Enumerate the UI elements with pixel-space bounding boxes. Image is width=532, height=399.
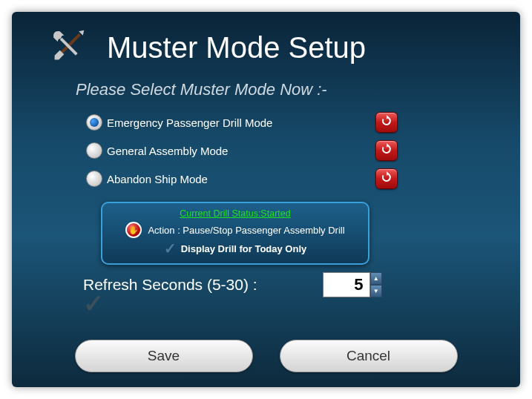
option-abandon-ship: Abandon Ship Mode: [86, 166, 398, 191]
save-button[interactable]: Save: [75, 340, 253, 372]
spinner-up-button[interactable]: ▲: [370, 272, 382, 285]
svg-marker-6: [387, 171, 389, 176]
dialog-header: Muster Mode Setup: [12, 12, 520, 70]
svg-marker-4: [387, 115, 389, 119]
refresh-icon: [381, 115, 393, 130]
drill-status-panel: Current Drill Status:Started ✋ Action : …: [101, 202, 370, 265]
cancel-button[interactable]: Cancel: [280, 340, 458, 372]
reset-button-abandon[interactable]: [375, 168, 398, 189]
mode-options: Emergency Passenger Drill Mode General A…: [86, 110, 398, 191]
option-emergency-drill: Emergency Passenger Drill Mode: [86, 110, 398, 135]
refresh-icon: [381, 171, 393, 186]
dialog-title: Muster Mode Setup: [107, 31, 366, 65]
radio-label: General Assembly Mode: [107, 145, 228, 157]
display-drill-toggle[interactable]: Display Drill for Today Only: [181, 243, 307, 254]
check-icon: ✓: [83, 288, 104, 318]
muster-mode-setup-dialog: Muster Mode Setup Please Select Muster M…: [12, 12, 520, 387]
spinner-down-button[interactable]: ▼: [370, 285, 382, 297]
stop-icon: ✋: [125, 222, 142, 238]
svg-marker-1: [79, 28, 86, 36]
radio-label: Abandon Ship Mode: [107, 173, 208, 185]
svg-marker-5: [387, 143, 389, 148]
refresh-seconds-input[interactable]: [323, 272, 370, 297]
action-text: Action : Pause/Stop Passenger Assembly D…: [148, 225, 344, 236]
refresh-row: ✓ Refresh Seconds (5-30) : ▲ ▼: [83, 272, 520, 297]
radio-abandon-ship[interactable]: [86, 171, 102, 187]
radio-emergency-drill[interactable]: [86, 114, 102, 131]
option-general-assembly: General Assembly Mode: [86, 138, 398, 163]
check-icon: ✓: [164, 240, 177, 257]
refresh-seconds-spinner: ▲ ▼: [323, 272, 382, 297]
reset-button-general[interactable]: [375, 140, 398, 161]
refresh-icon: [381, 143, 393, 158]
refresh-label: Refresh Seconds (5-30) :: [83, 276, 257, 294]
dialog-subtitle: Please Select Muster Mode Now :-: [76, 80, 520, 99]
drill-status-link[interactable]: Current Drill Status:Started: [180, 208, 290, 219]
radio-label: Emergency Passenger Drill Mode: [107, 116, 272, 129]
reset-button-emergency[interactable]: [375, 112, 398, 133]
tools-icon: [47, 25, 89, 70]
radio-general-assembly[interactable]: [86, 142, 102, 159]
dialog-footer: Save Cancel: [12, 340, 520, 372]
